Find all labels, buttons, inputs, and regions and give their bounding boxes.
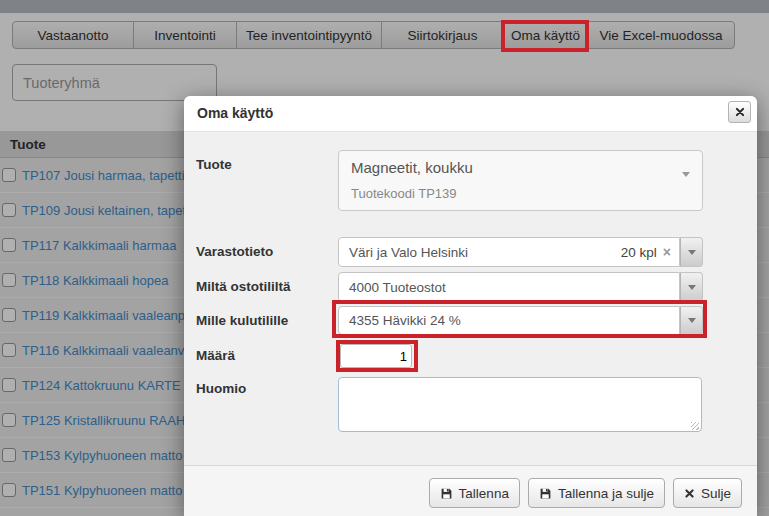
field-label-huomio: Huomio [196,380,246,398]
field-label-mille-kulutilille: Mille kulutilille [196,312,288,330]
varastotieto-quantity: 20 kpl [621,245,657,260]
milta-ostotililta-select-value: 4000 Tuoteostot [349,280,679,295]
close-modal-button[interactable]: Sulje [673,478,742,508]
x-icon [684,488,695,499]
varastotieto-select[interactable]: Väri ja Valo Helsinki 20 kpl × [338,237,680,267]
floppy-disk-icon [539,487,552,500]
field-label-milta-ostotililta: Miltä ostotililtä [196,278,291,296]
varastotieto-select-value: Väri ja Valo Helsinki [349,245,621,260]
huomio-textarea[interactable] [338,377,702,432]
close-modal-button-label: Sulje [701,486,731,501]
oma-kaytto-modal: Oma käyttö Tuote Varastotieto Miltä osto… [184,96,757,516]
chevron-down-icon [688,285,696,290]
field-label-maara: Määrä [196,347,235,365]
field-label-varastotieto: Varastotieto [196,243,273,261]
save-and-close-button-label: Tallenna ja sulje [558,486,654,501]
save-button[interactable]: Tallenna [429,478,520,508]
remove-selection-icon[interactable]: × [663,245,671,259]
modal-title: Oma käyttö [197,96,273,131]
chevron-down-icon [688,250,696,255]
chevron-down-icon [682,177,690,195]
varastotieto-dropdown-button[interactable] [680,237,703,267]
save-and-close-button[interactable]: Tallenna ja sulje [528,478,665,508]
close-icon [735,107,745,117]
tuote-select[interactable]: Magneetit, koukku Tuotekoodi TP139 [338,150,703,211]
tuote-product-code: Tuotekoodi TP139 [351,186,457,201]
resize-grip-icon[interactable] [691,422,699,430]
mille-kulutilille-select-value: 4355 Hävikki 24 % [349,313,679,328]
mille-kulutilille-select[interactable]: 4355 Hävikki 24 % [338,306,680,335]
floppy-disk-icon [440,487,453,500]
maara-input[interactable] [340,344,412,368]
modal-footer: Tallenna Tallenna ja sulje Sulje [184,465,757,516]
milta-ostotililta-select[interactable]: 4000 Tuoteostot [338,272,680,302]
tuote-select-value: Magneetit, koukku [351,159,473,176]
screen: Vastaanotto Inventointi Tee inventointip… [0,0,769,516]
milta-ostotililta-dropdown-button[interactable] [680,272,703,302]
modal-header: Oma käyttö [184,96,757,132]
mille-kulutilille-dropdown-button[interactable] [680,306,703,335]
close-button[interactable] [728,101,751,123]
field-label-tuote: Tuote [196,156,232,174]
save-button-label: Tallenna [459,486,509,501]
chevron-down-icon [688,318,696,323]
